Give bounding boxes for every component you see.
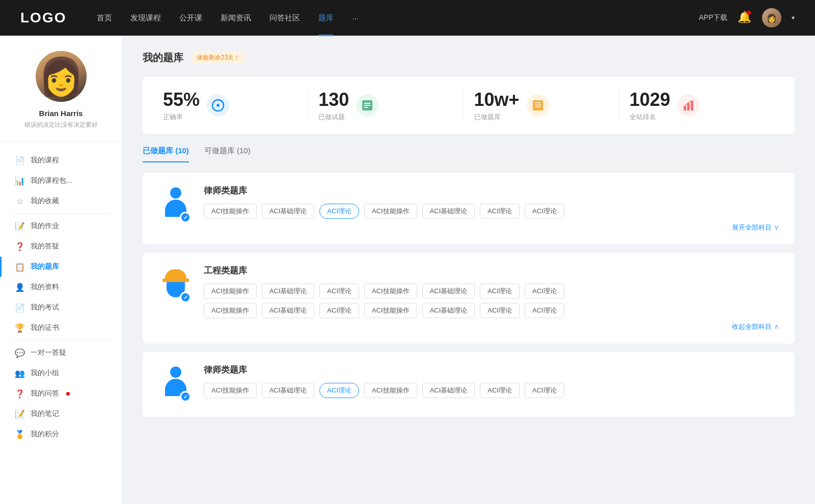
stat-value-done: 130 <box>318 89 349 110</box>
notes-icon: 📝 <box>15 409 24 418</box>
svg-rect-12 <box>691 101 693 110</box>
user-menu-chevron[interactable]: ▾ <box>792 14 795 21</box>
nav-open-course[interactable]: 公开课 <box>179 13 202 23</box>
sidebar-item-label: 我的笔记 <box>31 409 59 418</box>
tag-3-3[interactable]: ACI理论 <box>319 383 359 398</box>
user-avatar[interactable]: 👩 <box>762 8 781 27</box>
course-pack-icon: 📊 <box>15 176 24 185</box>
tab-available-banks[interactable]: 可做题库 (10) <box>204 146 251 162</box>
tag-3-6[interactable]: ACI理论 <box>480 383 520 398</box>
sidebar-item-certificates[interactable]: 🏆 我的证书 <box>0 318 122 338</box>
bank-card-header-2: ✓ 工程类题库 ACI技能操作 ACI基础理论 ACI理论 ACI技能操作 AC… <box>158 265 779 331</box>
sidebar-item-course-pack[interactable]: 📊 我的课程包... <box>0 171 122 191</box>
bank-info-2: 工程类题库 ACI技能操作 ACI基础理论 ACI理论 ACI技能操作 ACI基… <box>204 265 779 331</box>
tag-3-4[interactable]: ACI技能操作 <box>364 383 417 398</box>
sidebar-item-label: 我的收藏 <box>31 197 59 206</box>
bank-icon-lawyer-3: ✓ <box>158 364 194 405</box>
certificates-icon: 🏆 <box>15 323 24 332</box>
tag-2-6[interactable]: ACI理论 <box>480 284 520 299</box>
navbar-right: APP下载 🔔 👩 ▾ <box>699 8 795 27</box>
stat-label-accuracy: 正确率 <box>163 113 200 122</box>
tab-done-banks[interactable]: 已做题库 (10) <box>143 146 189 162</box>
tag-2-9[interactable]: ACI基础理论 <box>262 303 315 318</box>
sidebar-item-label: 我的作业 <box>31 221 59 231</box>
exams-icon: 📄 <box>15 303 24 312</box>
sidebar-item-homework[interactable]: 📝 我的作业 <box>0 216 122 236</box>
tag-2-14[interactable]: ACI理论 <box>525 303 564 318</box>
sidebar-item-qa[interactable]: ❓ 我的答疑 <box>0 236 122 257</box>
ranking-icon <box>677 94 700 117</box>
menu-divider-1 <box>10 213 112 214</box>
question-bank-icon: 📋 <box>15 262 24 271</box>
nav-home[interactable]: 首页 <box>97 13 112 23</box>
my-qa-icon: ❓ <box>15 389 24 398</box>
tag-2-1[interactable]: ACI技能操作 <box>204 284 257 299</box>
app-download-link[interactable]: APP下载 <box>699 13 727 22</box>
tag-1-1[interactable]: ACI技能操作 <box>204 204 257 219</box>
navbar: LOGO 首页 发现课程 公开课 新闻资讯 问答社区 题库 ··· APP下载 … <box>0 0 815 36</box>
sidebar-item-label: 一对一答疑 <box>31 348 66 357</box>
nav-more[interactable]: ··· <box>352 14 359 22</box>
sidebar-item-points[interactable]: 🏅 我的积分 <box>0 424 122 444</box>
tag-2-8[interactable]: ACI技能操作 <box>204 303 257 318</box>
tag-2-12[interactable]: ACI基础理论 <box>422 303 475 318</box>
collapse-bank-2[interactable]: 收起全部科目 ∧ <box>204 322 779 331</box>
sidebar-item-profile[interactable]: 👤 我的资料 <box>0 277 122 297</box>
tag-2-2[interactable]: ACI基础理论 <box>262 284 315 299</box>
sidebar-item-my-qa[interactable]: ❓ 我的问答 <box>0 383 122 404</box>
tag-3-7[interactable]: ACI理论 <box>525 383 564 398</box>
sidebar-item-notes[interactable]: 📝 我的笔记 <box>0 404 122 424</box>
tag-3-1[interactable]: ACI技能操作 <box>204 383 257 398</box>
notification-bell[interactable]: 🔔 <box>738 11 752 25</box>
tag-1-5[interactable]: ACI基础理论 <box>422 204 475 219</box>
svg-rect-11 <box>687 103 690 110</box>
sidebar-item-exams[interactable]: 📄 我的考试 <box>0 297 122 318</box>
svg-point-1 <box>216 104 220 107</box>
tag-2-4[interactable]: ACI技能操作 <box>364 284 417 299</box>
sidebar-item-my-courses[interactable]: 📄 我的课程 <box>0 150 122 171</box>
expand-bank-1[interactable]: 展开全部科目 ∨ <box>204 223 779 232</box>
profile-avatar[interactable] <box>36 51 87 102</box>
main-content: 我的题库 体验剩余23天！ 55% 正确率 <box>122 36 815 504</box>
homework-icon: 📝 <box>15 221 24 231</box>
tag-3-5[interactable]: ACI基础理论 <box>422 383 475 398</box>
tag-1-7[interactable]: ACI理论 <box>525 204 564 219</box>
bank-tags-3: ACI技能操作 ACI基础理论 ACI理论 ACI技能操作 ACI基础理论 AC… <box>204 383 779 398</box>
tag-2-10[interactable]: ACI理论 <box>319 303 359 318</box>
tag-2-11[interactable]: ACI技能操作 <box>364 303 417 318</box>
sidebar-item-groups[interactable]: 👥 我的小组 <box>0 363 122 383</box>
bank-card-header-3: ✓ 律师类题库 ACI技能操作 ACI基础理论 ACI理论 ACI技能操作 AC… <box>158 364 779 405</box>
sidebar-item-question-bank[interactable]: 📋 我的题库 <box>0 257 122 277</box>
stat-ranking: 1029 全站排名 <box>619 89 774 122</box>
profile-name: Brian Harris <box>39 109 83 118</box>
sidebar-item-label: 我的答疑 <box>31 242 59 251</box>
bank-info-1: 律师类题库 ACI技能操作 ACI基础理论 ACI理论 ACI技能操作 ACI基… <box>204 185 779 232</box>
sidebar-item-label: 我的证书 <box>31 323 59 332</box>
qa-icon: ❓ <box>15 242 24 251</box>
tag-1-4[interactable]: ACI技能操作 <box>364 204 417 219</box>
tag-2-13[interactable]: ACI理论 <box>480 303 520 318</box>
stat-done-questions: 130 已做试题 <box>308 89 464 122</box>
tag-2-7[interactable]: ACI理论 <box>525 284 564 299</box>
nav-discover[interactable]: 发现课程 <box>130 13 161 23</box>
trial-badge: 体验剩余23天！ <box>191 52 246 64</box>
tag-1-6[interactable]: ACI理论 <box>480 204 520 219</box>
svg-rect-10 <box>684 106 686 110</box>
tag-3-2[interactable]: ACI基础理论 <box>262 383 315 398</box>
tag-2-5[interactable]: ACI基础理论 <box>422 284 475 299</box>
tag-1-3[interactable]: ACI理论 <box>319 204 359 219</box>
sidebar-item-label: 我的小组 <box>31 369 59 378</box>
sidebar-item-label: 我的资料 <box>31 283 59 292</box>
nav-qa[interactable]: 问答社区 <box>269 13 300 23</box>
stat-label-done: 已做试题 <box>318 113 349 122</box>
tag-1-2[interactable]: ACI基础理论 <box>262 204 315 219</box>
sidebar-item-tutoring[interactable]: 💬 一对一答疑 <box>0 343 122 363</box>
sidebar-item-label: 我的积分 <box>31 430 59 439</box>
svg-rect-6 <box>533 100 543 110</box>
sidebar-item-favorites[interactable]: ☆ 我的收藏 <box>0 191 122 211</box>
nav-questions[interactable]: 题库 <box>318 13 334 23</box>
tag-2-3[interactable]: ACI理论 <box>319 284 359 299</box>
stat-value-accuracy: 55% <box>163 89 200 110</box>
sidebar-item-label: 我的考试 <box>31 303 59 312</box>
nav-news[interactable]: 新闻资讯 <box>221 13 251 23</box>
